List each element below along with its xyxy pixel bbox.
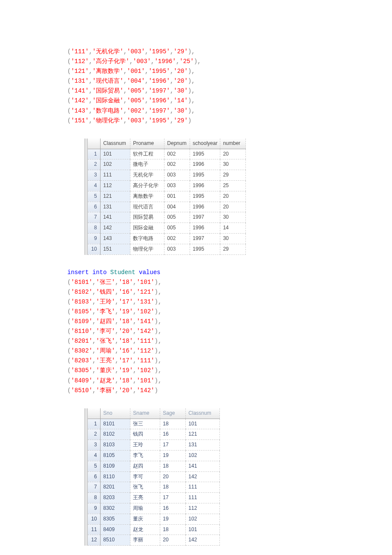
student-table: SnoSnameSageClassnum18101张三1810128102钱四1… bbox=[88, 408, 220, 546]
table-row: 78201张飞18111 bbox=[88, 482, 220, 493]
table-cell: 1997 bbox=[190, 233, 220, 244]
table-cell: 131 bbox=[101, 202, 130, 212]
table-row: 4112高分子化学003199625 bbox=[88, 180, 246, 191]
sql-values-line: ('8105','李飞','19','102'), bbox=[67, 307, 325, 317]
table-row: 48105李飞19102 bbox=[88, 450, 220, 461]
table-cell: 112 bbox=[101, 180, 130, 191]
table-cell: 101 bbox=[186, 419, 220, 429]
table-cell: 17 bbox=[160, 493, 186, 503]
sql-values-line: ('8302','周瑜','16','112'), bbox=[67, 346, 325, 356]
table-cell: 10 bbox=[88, 244, 101, 254]
table-cell: 30 bbox=[220, 212, 246, 223]
sql-values-line: ('8510','李丽','20','142') bbox=[67, 386, 325, 396]
table-cell: 003 bbox=[164, 180, 190, 191]
table-cell: 102 bbox=[101, 159, 130, 170]
column-header: schoolyear bbox=[190, 139, 220, 149]
table-cell: 李可 bbox=[130, 471, 160, 482]
table-cell: 30 bbox=[220, 159, 246, 170]
table-cell: 111 bbox=[101, 170, 130, 181]
sql-values-line: ('121','离散数学','001','1995','20'), bbox=[67, 66, 325, 76]
sql-values-line: ('8103','王玲','17','131'), bbox=[67, 297, 325, 307]
sql-values-line: ('8110','李可','20','142'), bbox=[67, 327, 325, 336]
table-cell: 1 bbox=[88, 149, 101, 159]
class-results-grid: ClassnumPronameDepnumschoolyearnumber110… bbox=[84, 139, 325, 255]
table-cell: 18 bbox=[160, 461, 186, 471]
table-cell: 高分子化学 bbox=[130, 180, 164, 191]
table-cell: 1996 bbox=[190, 202, 220, 212]
grid-gutter bbox=[84, 408, 86, 546]
column-header: Proname bbox=[130, 139, 164, 149]
table-cell: 李飞 bbox=[130, 450, 160, 461]
table-cell: 121 bbox=[186, 429, 220, 440]
table-cell: 005 bbox=[164, 223, 190, 234]
table-cell: 6 bbox=[88, 471, 101, 482]
table-cell: 141 bbox=[101, 212, 130, 223]
table-cell: 4 bbox=[88, 450, 101, 461]
table-row: 10151物理化学003199529 bbox=[88, 244, 246, 254]
table-cell: 18 bbox=[160, 419, 186, 429]
table-row: 58109赵四18141 bbox=[88, 461, 220, 471]
table-cell: 20 bbox=[220, 202, 246, 212]
table-cell: 004 bbox=[164, 202, 190, 212]
table-cell: 001 bbox=[164, 191, 190, 202]
table-cell: 12 bbox=[88, 535, 101, 546]
table-cell: 002 bbox=[164, 159, 190, 170]
column-header: Sage bbox=[160, 408, 186, 419]
table-cell: 赵龙 bbox=[130, 524, 160, 535]
table-name: Student bbox=[110, 269, 135, 276]
table-cell: 121 bbox=[101, 191, 130, 202]
table-row: 28102钱四16121 bbox=[88, 429, 220, 440]
keyword-insert: insert into bbox=[67, 269, 107, 276]
table-cell: 14 bbox=[220, 223, 246, 234]
table-cell: 11 bbox=[88, 524, 101, 535]
sql-values-line: ('8101','张三','18','101'), bbox=[67, 278, 325, 287]
sql-values-line: ('142','国际金融','005','1996','14'), bbox=[67, 96, 325, 106]
column-header: Classnum bbox=[101, 139, 130, 149]
table-row: 3111无机化学003199529 bbox=[88, 170, 246, 181]
column-header: number bbox=[220, 139, 246, 149]
table-cell: 离散数学 bbox=[130, 191, 164, 202]
table-cell: 1 bbox=[88, 419, 101, 429]
table-cell: 18 bbox=[160, 482, 186, 493]
table-cell: 30 bbox=[220, 233, 246, 244]
table-cell: 1997 bbox=[190, 212, 220, 223]
table-cell: 112 bbox=[186, 503, 220, 514]
table-cell: 142 bbox=[186, 535, 220, 546]
table-cell: 8201 bbox=[101, 482, 130, 493]
keyword-values: values bbox=[139, 269, 160, 276]
table-cell: 8102 bbox=[101, 429, 130, 440]
table-row: 108305董庆19102 bbox=[88, 514, 220, 524]
table-cell: 软件工程 bbox=[130, 149, 164, 159]
sql-values-line: ('143','数字电路','002','1997','30'), bbox=[67, 106, 325, 116]
table-cell: 张三 bbox=[130, 419, 160, 429]
sql-values-line: ('131','现代语言','004','1996','20'), bbox=[67, 76, 325, 86]
column-header bbox=[88, 408, 101, 419]
column-header: Sname bbox=[130, 408, 160, 419]
table-cell: 151 bbox=[101, 244, 130, 254]
table-cell: 003 bbox=[164, 170, 190, 181]
table-cell: 10 bbox=[88, 514, 101, 524]
table-cell: 111 bbox=[186, 493, 220, 503]
table-cell: 141 bbox=[186, 461, 220, 471]
column-header: Depnum bbox=[164, 139, 190, 149]
student-results-grid: SnoSnameSageClassnum18101张三1810128102钱四1… bbox=[84, 408, 325, 546]
table-cell: 101 bbox=[101, 149, 130, 159]
table-cell: 29 bbox=[220, 244, 246, 254]
table-cell: 8101 bbox=[101, 419, 130, 429]
table-cell: 7 bbox=[88, 482, 101, 493]
table-cell: 3 bbox=[88, 440, 101, 451]
table-cell: 5 bbox=[88, 461, 101, 471]
table-cell: 8409 bbox=[101, 524, 130, 535]
sql-values-line: ('8109','赵四','18','141'), bbox=[67, 317, 325, 327]
table-cell: 8 bbox=[88, 223, 101, 234]
table-cell: 19 bbox=[160, 450, 186, 461]
table-cell: 102 bbox=[186, 450, 220, 461]
table-cell: 18 bbox=[160, 524, 186, 535]
table-row: 88203王亮17111 bbox=[88, 493, 220, 503]
table-cell: 1996 bbox=[190, 223, 220, 234]
sql-values-line: ('8201','张飞','18','111'), bbox=[67, 336, 325, 346]
table-row: 118409赵龙18101 bbox=[88, 524, 220, 535]
table-cell: 25 bbox=[220, 180, 246, 191]
table-cell: 1996 bbox=[190, 180, 220, 191]
table-cell: 张飞 bbox=[130, 482, 160, 493]
